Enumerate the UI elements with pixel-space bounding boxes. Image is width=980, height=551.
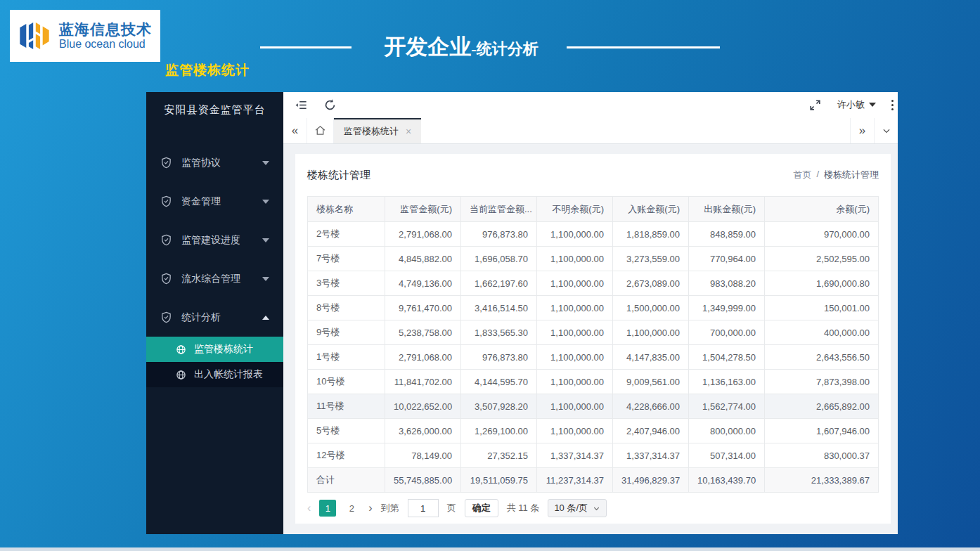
building-name-link[interactable]: 12号楼 xyxy=(308,443,385,468)
table-row: 2号楼2,791,068.00976,873.801,100,000.001,8… xyxy=(308,222,879,247)
app-window: 安阳县资金监管平台 监管协议资金管理监管建设进度流水综合管理统计分析监管楼栋统计… xyxy=(146,92,898,534)
table-row: 1号楼2,791,068.00976,873.801,100,000.004,1… xyxy=(308,345,879,370)
shield-check-icon xyxy=(160,234,172,246)
collapse-sidebar-icon[interactable] xyxy=(295,98,308,112)
table-cell: 7,873,398.00 xyxy=(765,370,879,394)
tab-active[interactable]: 监管楼栋统计 × xyxy=(334,118,421,144)
sidebar-item[interactable]: 监管建设进度 xyxy=(146,221,283,259)
column-header: 楼栋名称 xyxy=(308,197,385,222)
caret-down-icon xyxy=(262,277,269,281)
table-cell: 1,136,163.00 xyxy=(689,370,765,394)
page-unit-label: 页 xyxy=(447,502,456,514)
page-number-button[interactable]: 1 xyxy=(319,500,336,517)
table-cell: 3,507,928.20 xyxy=(461,394,537,419)
table-cell: 4,228,666.00 xyxy=(613,394,689,419)
shield-check-icon xyxy=(160,311,172,323)
more-options-icon[interactable] xyxy=(891,100,894,110)
table-row: 12号楼78,149.0027,352.151,337,314.371,337,… xyxy=(308,443,879,468)
table-cell: 1,269,100.00 xyxy=(461,419,537,443)
table-cell: 400,000.00 xyxy=(765,320,879,345)
table-cell: 150,001.00 xyxy=(765,296,879,320)
building-name-link[interactable]: 1号楼 xyxy=(308,345,385,370)
breadcrumb-home[interactable]: 首页 xyxy=(793,169,811,181)
caret-down-icon xyxy=(262,200,269,204)
table-cell: 1,690,000.80 xyxy=(765,271,879,296)
table-row: 11号楼10,022,652.003,507,928.201,100,000.0… xyxy=(308,394,879,419)
table-cell: 1,100,000.00 xyxy=(613,320,689,345)
sidebar-subitem[interactable]: 出入帐统计报表 xyxy=(146,362,283,387)
table-cell: 11,841,702.00 xyxy=(385,370,461,394)
sidebar-item-label: 资金管理 xyxy=(181,195,262,208)
confirm-page-button[interactable]: 确定 xyxy=(465,499,498,517)
table-cell: 4,144,595.70 xyxy=(461,370,537,394)
content-area: 楼栋统计管理 首页 / 楼栋统计管理 楼栋名称监管金额(元)当前监管金额...不… xyxy=(283,144,898,534)
goto-page-input[interactable] xyxy=(408,499,439,517)
building-name-link[interactable]: 9号楼 xyxy=(308,320,385,345)
building-name-link[interactable]: 2号楼 xyxy=(308,222,385,247)
tabs-scroll-right-icon[interactable]: » xyxy=(850,118,874,144)
chevron-down-icon xyxy=(593,505,600,512)
column-header: 余额(元) xyxy=(765,197,879,222)
next-page-icon[interactable]: › xyxy=(368,503,372,514)
tabs-scroll-left-icon[interactable]: « xyxy=(283,118,307,144)
refresh-icon[interactable] xyxy=(323,98,337,112)
home-tab-icon[interactable] xyxy=(307,118,334,144)
sidebar-item[interactable]: 监管协议 xyxy=(146,143,283,182)
caret-up-icon xyxy=(262,316,269,320)
building-name-link[interactable]: 11号楼 xyxy=(308,394,385,419)
caret-down-icon xyxy=(262,238,269,242)
sidebar-item-label: 监管协议 xyxy=(181,157,262,169)
table-cell: 700,000.00 xyxy=(689,320,765,345)
tab-bar: « 监管楼栋统计 × » xyxy=(283,118,898,145)
table-cell: 770,964.00 xyxy=(689,247,765,271)
table-total-row: 合计55,745,885.0019,511,059.7511,237,314.3… xyxy=(308,468,879,493)
page-number-button[interactable]: 2 xyxy=(343,500,360,517)
tabbar-right: » xyxy=(850,118,898,144)
user-caret-icon xyxy=(869,103,876,107)
breadcrumb: 首页 / 楼栋统计管理 xyxy=(793,169,879,181)
sidebar-item[interactable]: 资金管理 xyxy=(146,182,283,221)
total-cell: 11,237,314.37 xyxy=(537,468,613,493)
sidebar-item-label: 统计分析 xyxy=(181,311,262,324)
user-menu[interactable]: 许小敏 xyxy=(837,98,876,111)
tab-close-icon[interactable]: × xyxy=(406,126,411,137)
table-cell: 3,626,000.00 xyxy=(385,419,461,443)
building-name-link[interactable]: 7号楼 xyxy=(308,247,385,271)
table-cell: 78,149.00 xyxy=(385,443,461,468)
heading-right-rule xyxy=(567,46,720,48)
building-name-link[interactable]: 5号楼 xyxy=(308,419,385,443)
total-cell: 31,496,829.37 xyxy=(613,468,689,493)
column-header: 监管金额(元) xyxy=(385,197,461,222)
tabs-menu-icon[interactable] xyxy=(874,118,898,144)
sidebar-item[interactable]: 统计分析 xyxy=(146,298,283,337)
tab-label: 监管楼栋统计 xyxy=(344,125,399,138)
card-header: 楼栋统计管理 首页 / 楼栋统计管理 xyxy=(307,154,879,196)
pagination: ‹ 12 › 到第 页 确定 共 11 条 10 条/页 xyxy=(307,493,879,524)
table-cell: 800,000.00 xyxy=(689,419,765,443)
shield-check-icon xyxy=(160,195,172,207)
page-title: 楼栋统计管理 xyxy=(307,169,370,182)
table-cell: 2,791,068.00 xyxy=(385,345,461,370)
breadcrumb-current: 楼栋统计管理 xyxy=(824,169,879,181)
table-cell: 27,352.15 xyxy=(461,443,537,468)
content-card: 楼栋统计管理 首页 / 楼栋统计管理 楼栋名称监管金额(元)当前监管金额...不… xyxy=(295,154,891,524)
table-cell: 1,696,058.70 xyxy=(461,247,537,271)
table-cell: 4,749,136.00 xyxy=(385,271,461,296)
table-row: 5号楼3,626,000.001,269,100.001,100,000.002… xyxy=(308,419,879,443)
building-name-link[interactable]: 10号楼 xyxy=(308,370,385,394)
platform-title: 安阳县资金监管平台 xyxy=(146,92,283,124)
building-name-link[interactable]: 8号楼 xyxy=(308,296,385,320)
table-cell: 2,673,089.00 xyxy=(613,271,689,296)
fullscreen-icon[interactable] xyxy=(808,98,822,112)
table-cell: 830,000.37 xyxy=(765,443,879,468)
table-row: 10号楼11,841,702.004,144,595.701,100,000.0… xyxy=(308,370,879,394)
sidebar-item[interactable]: 流水综合管理 xyxy=(146,259,283,298)
table-cell: 9,761,470.00 xyxy=(385,296,461,320)
sidebar-subitem[interactable]: 监管楼栋统计 xyxy=(146,337,283,362)
toolbar-right: 许小敏 xyxy=(808,98,889,112)
page-size-select[interactable]: 10 条/页 xyxy=(548,499,607,517)
prev-page-icon[interactable]: ‹ xyxy=(307,503,311,514)
shield-check-icon xyxy=(160,273,172,285)
building-name-link[interactable]: 3号楼 xyxy=(308,271,385,296)
slide-subtitle: 监管楼栋统计 xyxy=(165,61,250,79)
